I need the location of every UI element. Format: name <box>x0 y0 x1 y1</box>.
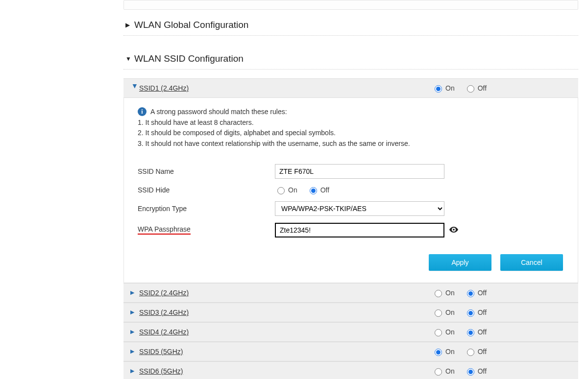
ssid-on-option[interactable]: On <box>432 328 455 336</box>
ssid-off-radio[interactable] <box>467 329 474 336</box>
chevron-down-icon: ▶ <box>132 84 138 93</box>
ssid-hide-off-radio[interactable] <box>310 187 317 194</box>
chevron-right-icon: ▶ <box>125 22 134 28</box>
section-title-ssid: WLAN SSID Configuration <box>134 53 244 64</box>
ssid-off-radio[interactable] <box>467 290 474 297</box>
wpa-passphrase-input[interactable] <box>275 223 444 237</box>
chevron-right-icon: ▶ <box>130 348 139 355</box>
password-rule-1: 1. It should have at least 8 characters. <box>138 118 564 128</box>
ssid-hide-on-radio[interactable] <box>277 187 285 194</box>
ssid-label[interactable]: SSID6 (5GHz) <box>139 367 183 375</box>
chevron-right-icon: ▶ <box>130 329 139 335</box>
ssid-enable-toggle[interactable]: OnOff <box>432 328 493 336</box>
ssid-row[interactable]: ▶SSID6 (5GHz)OnOff <box>123 361 578 379</box>
ssid-on-radio[interactable] <box>435 329 442 336</box>
ssid-hide-label: SSID Hide <box>138 186 275 194</box>
empty-top-panel <box>123 0 578 10</box>
chevron-right-icon: ▶ <box>130 289 139 296</box>
ssid-on-option[interactable]: On <box>432 347 455 356</box>
ssid-row[interactable]: ▶SSID2 (2.4GHz)OnOff <box>123 283 578 303</box>
section-title-global: WLAN Global Configuration <box>134 20 248 30</box>
eye-icon[interactable] <box>449 226 458 235</box>
ssid-name-label: SSID Name <box>138 167 275 175</box>
cancel-button[interactable]: Cancel <box>500 254 563 271</box>
ssid1-on-radio[interactable] <box>435 85 442 93</box>
apply-button[interactable]: Apply <box>429 254 491 271</box>
ssid-on-radio[interactable] <box>435 349 442 356</box>
encryption-type-select[interactable]: WPA/WPA2-PSK-TKIP/AES <box>275 201 444 216</box>
ssid-row[interactable]: ▶SSID4 (2.4GHz)OnOff <box>123 322 578 342</box>
section-header-wlan-ssid[interactable]: ▼ WLAN SSID Configuration <box>123 50 578 67</box>
password-rules-lead: i A strong password should match these r… <box>138 107 564 118</box>
ssid-enable-toggle[interactable]: OnOff <box>432 288 493 297</box>
ssid-row[interactable]: ▶SSID3 (2.4GHz)OnOff <box>123 303 578 322</box>
ssid1-off-option[interactable]: Off <box>465 84 487 93</box>
ssid1-on-option[interactable]: On <box>432 84 455 93</box>
ssid-on-option[interactable]: On <box>432 367 455 376</box>
ssid-on-radio[interactable] <box>435 309 442 317</box>
ssid-hide-toggle[interactable]: On Off <box>275 186 336 194</box>
ssid-on-radio[interactable] <box>435 368 442 376</box>
ssid-off-radio[interactable] <box>467 309 474 317</box>
ssid1-enable-toggle[interactable]: On Off <box>432 84 493 93</box>
ssid-enable-toggle[interactable]: OnOff <box>432 367 493 376</box>
chevron-right-icon: ▶ <box>130 368 139 374</box>
ssid-row[interactable]: ▶SSID5 (5GHz)OnOff <box>123 342 578 361</box>
encryption-type-label: Encryption Type <box>138 205 275 213</box>
ssid-label[interactable]: SSID2 (2.4GHz) <box>139 289 189 297</box>
ssid-off-radio[interactable] <box>467 349 474 356</box>
ssid-on-option[interactable]: On <box>432 308 455 317</box>
ssid-label[interactable]: SSID1 (2.4GHz) <box>139 84 189 92</box>
password-rule-2: 2. It should be composed of digits, alph… <box>138 128 564 139</box>
ssid-on-option[interactable]: On <box>432 288 455 297</box>
ssid-off-radio[interactable] <box>467 368 474 376</box>
ssid-off-option[interactable]: Off <box>465 328 487 336</box>
ssid-off-option[interactable]: Off <box>465 308 487 317</box>
ssid-row-ssid1[interactable]: ▶ SSID1 (2.4GHz) On Off <box>123 78 578 98</box>
password-rule-3: 3. It should not have context relationsh… <box>138 139 564 149</box>
ssid-off-option[interactable]: Off <box>465 367 487 376</box>
ssid-hide-off-option[interactable]: Off <box>307 186 329 194</box>
ssid1-panel: i A strong password should match these r… <box>123 98 578 283</box>
ssid-name-input[interactable] <box>275 164 444 179</box>
ssid-label[interactable]: SSID4 (2.4GHz) <box>139 328 189 336</box>
ssid1-off-radio[interactable] <box>467 85 474 93</box>
chevron-down-icon: ▼ <box>125 55 134 62</box>
ssid-label[interactable]: SSID5 (5GHz) <box>139 348 183 355</box>
ssid-off-option[interactable]: Off <box>465 347 487 356</box>
section-header-wlan-global[interactable]: ▶ WLAN Global Configuration <box>123 17 578 33</box>
ssid-off-option[interactable]: Off <box>465 288 487 297</box>
wpa-passphrase-label: WPA Passphrase <box>138 225 275 235</box>
ssid-enable-toggle[interactable]: OnOff <box>432 347 493 356</box>
info-icon: i <box>138 107 147 116</box>
ssid-enable-toggle[interactable]: OnOff <box>432 308 493 317</box>
chevron-right-icon: ▶ <box>130 309 139 315</box>
ssid-label[interactable]: SSID3 (2.4GHz) <box>139 308 189 316</box>
ssid-on-radio[interactable] <box>435 290 442 297</box>
ssid-hide-on-option[interactable]: On <box>275 186 297 194</box>
